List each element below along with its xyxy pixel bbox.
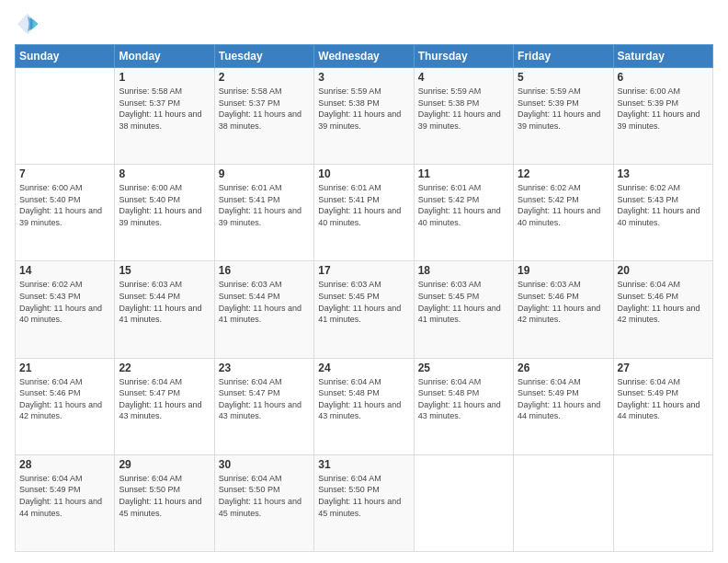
- day-number: 19: [518, 264, 609, 277]
- calendar-week-row: 1Sunrise: 5:58 AMSunset: 5:37 PMDaylight…: [16, 68, 713, 165]
- day-number: 8: [119, 167, 210, 180]
- calendar-header-row: SundayMondayTuesdayWednesdayThursdayFrid…: [16, 45, 713, 68]
- day-info: Sunrise: 6:00 AMSunset: 5:40 PMDaylight:…: [119, 182, 210, 228]
- calendar-week-row: 21Sunrise: 6:04 AMSunset: 5:46 PMDayligh…: [16, 358, 713, 454]
- calendar-cell: 23Sunrise: 6:04 AMSunset: 5:47 PMDayligh…: [214, 358, 313, 454]
- day-info: Sunrise: 6:03 AMSunset: 5:44 PMDaylight:…: [119, 279, 210, 325]
- day-number: 11: [418, 167, 509, 180]
- calendar-cell: 17Sunrise: 6:03 AMSunset: 5:45 PMDayligh…: [314, 261, 414, 358]
- calendar-cell: 16Sunrise: 6:03 AMSunset: 5:44 PMDayligh…: [214, 261, 313, 358]
- day-info: Sunrise: 6:04 AMSunset: 5:49 PMDaylight:…: [19, 473, 110, 519]
- day-number: 14: [19, 264, 110, 277]
- page-header: [15, 11, 713, 37]
- calendar-cell: 8Sunrise: 6:00 AMSunset: 5:40 PMDaylight…: [115, 165, 214, 261]
- calendar-cell: 25Sunrise: 6:04 AMSunset: 5:48 PMDayligh…: [414, 358, 513, 454]
- day-info: Sunrise: 6:04 AMSunset: 5:50 PMDaylight:…: [318, 473, 409, 519]
- weekday-header: Monday: [115, 45, 214, 68]
- day-number: 18: [418, 264, 509, 277]
- calendar-cell: 30Sunrise: 6:04 AMSunset: 5:50 PMDayligh…: [214, 454, 313, 551]
- day-info: Sunrise: 5:59 AMSunset: 5:38 PMDaylight:…: [418, 86, 509, 132]
- logo: [15, 11, 44, 37]
- calendar-cell: 20Sunrise: 6:04 AMSunset: 5:46 PMDayligh…: [613, 261, 712, 358]
- day-number: 28: [19, 458, 110, 471]
- calendar-cell: 10Sunrise: 6:01 AMSunset: 5:41 PMDayligh…: [314, 165, 414, 261]
- day-number: 1: [119, 71, 210, 84]
- calendar-week-row: 7Sunrise: 6:00 AMSunset: 5:40 PMDaylight…: [16, 165, 713, 261]
- calendar-cell: 1Sunrise: 5:58 AMSunset: 5:37 PMDaylight…: [115, 68, 214, 165]
- calendar-cell: [414, 454, 513, 551]
- calendar-cell: 5Sunrise: 5:59 AMSunset: 5:39 PMDaylight…: [514, 68, 613, 165]
- day-number: 2: [219, 71, 310, 84]
- calendar-cell: 21Sunrise: 6:04 AMSunset: 5:46 PMDayligh…: [16, 358, 115, 454]
- day-number: 9: [219, 167, 310, 180]
- day-info: Sunrise: 6:00 AMSunset: 5:40 PMDaylight:…: [19, 182, 110, 228]
- day-number: 22: [119, 362, 210, 374]
- day-number: 3: [318, 71, 409, 84]
- day-info: Sunrise: 6:04 AMSunset: 5:48 PMDaylight:…: [418, 376, 509, 422]
- day-number: 30: [219, 458, 310, 471]
- day-info: Sunrise: 6:03 AMSunset: 5:45 PMDaylight:…: [418, 279, 509, 325]
- calendar-cell: [514, 454, 613, 551]
- day-info: Sunrise: 6:04 AMSunset: 5:47 PMDaylight:…: [219, 376, 310, 422]
- day-info: Sunrise: 6:04 AMSunset: 5:50 PMDaylight:…: [219, 473, 310, 519]
- day-number: 4: [418, 71, 509, 84]
- day-number: 31: [318, 458, 409, 471]
- calendar-cell: 26Sunrise: 6:04 AMSunset: 5:49 PMDayligh…: [514, 358, 613, 454]
- day-number: 24: [318, 362, 409, 374]
- weekday-header: Tuesday: [214, 45, 313, 68]
- day-info: Sunrise: 6:04 AMSunset: 5:49 PMDaylight:…: [618, 376, 709, 422]
- calendar-cell: 15Sunrise: 6:03 AMSunset: 5:44 PMDayligh…: [115, 261, 214, 358]
- calendar-cell: 18Sunrise: 6:03 AMSunset: 5:45 PMDayligh…: [414, 261, 513, 358]
- day-info: Sunrise: 6:04 AMSunset: 5:46 PMDaylight:…: [618, 279, 709, 325]
- day-number: 20: [618, 264, 709, 277]
- calendar-cell: [16, 68, 115, 165]
- day-number: 21: [19, 362, 110, 374]
- day-info: Sunrise: 5:59 AMSunset: 5:38 PMDaylight:…: [318, 86, 409, 132]
- day-number: 5: [518, 71, 609, 84]
- day-info: Sunrise: 6:02 AMSunset: 5:43 PMDaylight:…: [618, 182, 709, 228]
- day-info: Sunrise: 6:03 AMSunset: 5:45 PMDaylight:…: [318, 279, 409, 325]
- day-info: Sunrise: 5:58 AMSunset: 5:37 PMDaylight:…: [219, 86, 310, 132]
- calendar-page: SundayMondayTuesdayWednesdayThursdayFrid…: [0, 0, 728, 563]
- calendar-cell: 11Sunrise: 6:01 AMSunset: 5:42 PMDayligh…: [414, 165, 513, 261]
- calendar-cell: 24Sunrise: 6:04 AMSunset: 5:48 PMDayligh…: [314, 358, 414, 454]
- day-number: 12: [518, 167, 609, 180]
- day-info: Sunrise: 6:04 AMSunset: 5:49 PMDaylight:…: [518, 376, 609, 422]
- day-number: 26: [518, 362, 609, 374]
- day-info: Sunrise: 5:59 AMSunset: 5:39 PMDaylight:…: [518, 86, 609, 132]
- weekday-header: Saturday: [613, 45, 712, 68]
- day-info: Sunrise: 6:01 AMSunset: 5:41 PMDaylight:…: [318, 182, 409, 228]
- weekday-header: Sunday: [16, 45, 115, 68]
- calendar-cell: 4Sunrise: 5:59 AMSunset: 5:38 PMDaylight…: [414, 68, 513, 165]
- day-info: Sunrise: 6:04 AMSunset: 5:47 PMDaylight:…: [119, 376, 210, 422]
- weekday-header: Thursday: [414, 45, 513, 68]
- day-number: 16: [219, 264, 310, 277]
- day-info: Sunrise: 6:02 AMSunset: 5:43 PMDaylight:…: [19, 279, 110, 325]
- day-info: Sunrise: 6:04 AMSunset: 5:46 PMDaylight:…: [19, 376, 110, 422]
- calendar-cell: 6Sunrise: 6:00 AMSunset: 5:39 PMDaylight…: [613, 68, 712, 165]
- day-info: Sunrise: 6:02 AMSunset: 5:42 PMDaylight:…: [518, 182, 609, 228]
- day-info: Sunrise: 6:03 AMSunset: 5:46 PMDaylight:…: [518, 279, 609, 325]
- calendar-cell: 14Sunrise: 6:02 AMSunset: 5:43 PMDayligh…: [16, 261, 115, 358]
- calendar-cell: 13Sunrise: 6:02 AMSunset: 5:43 PMDayligh…: [613, 165, 712, 261]
- day-info: Sunrise: 6:04 AMSunset: 5:50 PMDaylight:…: [119, 473, 210, 519]
- calendar-cell: 29Sunrise: 6:04 AMSunset: 5:50 PMDayligh…: [115, 454, 214, 551]
- day-number: 25: [418, 362, 509, 374]
- logo-icon: [15, 11, 40, 37]
- day-number: 6: [618, 71, 709, 84]
- calendar-cell: 2Sunrise: 5:58 AMSunset: 5:37 PMDaylight…: [214, 68, 313, 165]
- calendar-cell: 27Sunrise: 6:04 AMSunset: 5:49 PMDayligh…: [613, 358, 712, 454]
- calendar-cell: 22Sunrise: 6:04 AMSunset: 5:47 PMDayligh…: [115, 358, 214, 454]
- day-number: 27: [618, 362, 709, 374]
- calendar-cell: 19Sunrise: 6:03 AMSunset: 5:46 PMDayligh…: [514, 261, 613, 358]
- day-info: Sunrise: 6:04 AMSunset: 5:48 PMDaylight:…: [318, 376, 409, 422]
- day-number: 17: [318, 264, 409, 277]
- day-number: 10: [318, 167, 409, 180]
- calendar-cell: 31Sunrise: 6:04 AMSunset: 5:50 PMDayligh…: [314, 454, 414, 551]
- weekday-header: Wednesday: [314, 45, 414, 68]
- calendar-cell: 7Sunrise: 6:00 AMSunset: 5:40 PMDaylight…: [16, 165, 115, 261]
- svg-marker-3: [33, 18, 39, 29]
- calendar-cell: 28Sunrise: 6:04 AMSunset: 5:49 PMDayligh…: [16, 454, 115, 551]
- weekday-header: Friday: [514, 45, 613, 68]
- calendar-cell: 9Sunrise: 6:01 AMSunset: 5:41 PMDaylight…: [214, 165, 313, 261]
